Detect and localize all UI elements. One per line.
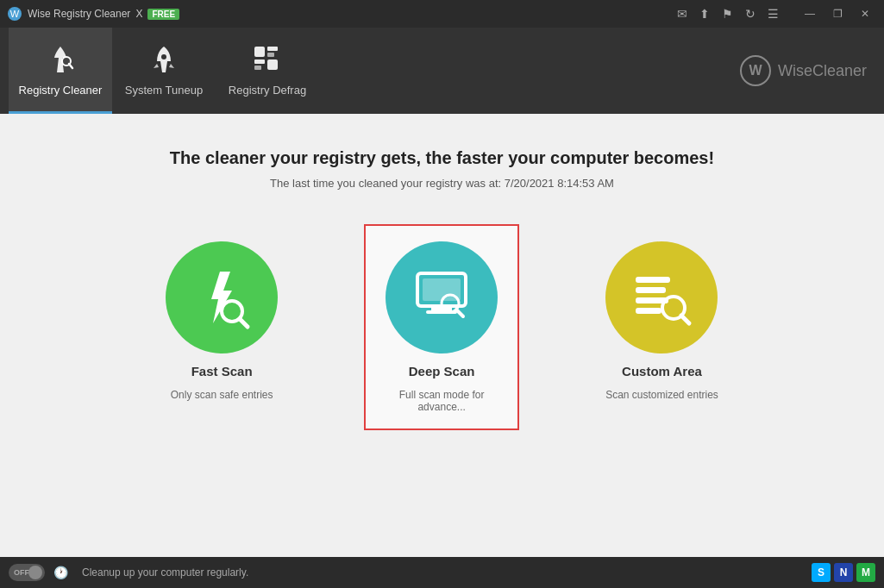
- app-icon: W: [7, 6, 22, 22]
- svg-line-12: [240, 319, 248, 327]
- svg-point-4: [161, 54, 166, 59]
- brand-circle: W: [740, 55, 771, 86]
- deep-scan-option[interactable]: Deep Scan Full scan mode for advance...: [364, 224, 519, 430]
- menu-icon[interactable]: ☰: [768, 7, 779, 21]
- auto-cleanup-toggle[interactable]: OFF: [9, 564, 45, 581]
- svg-text:W: W: [10, 9, 20, 19]
- deep-scan-circle: [386, 241, 498, 353]
- maximize-button[interactable]: ❐: [825, 2, 850, 26]
- email-icon[interactable]: ✉: [677, 7, 687, 21]
- nav-registry-defrag[interactable]: Registry Defrag: [216, 28, 319, 114]
- title-bar: W Wise Registry Cleaner X FREE ✉ ⬆ ⚑ ↻ ☰…: [0, 0, 884, 28]
- upload-icon[interactable]: ⬆: [699, 7, 710, 21]
- nav-system-tuneup-label: System Tuneup: [125, 84, 203, 97]
- tray-icon-m[interactable]: M: [856, 563, 875, 582]
- nav-registry-cleaner[interactable]: Registry Cleaner: [9, 28, 112, 114]
- main-headline: The cleaner your registry gets, the fast…: [170, 148, 714, 168]
- bottom-bar: OFF 🕐 Cleanup up your computer regularly…: [0, 557, 884, 588]
- nav-system-tuneup[interactable]: System Tuneup: [112, 28, 216, 114]
- registry-cleaner-icon: [43, 42, 78, 77]
- svg-rect-19: [636, 277, 670, 283]
- x-label: X: [135, 8, 142, 20]
- svg-line-18: [456, 310, 463, 316]
- nav-registry-cleaner-label: Registry Cleaner: [19, 84, 103, 97]
- system-tuneup-icon: [147, 42, 181, 77]
- custom-area-label: Custom Area: [622, 364, 702, 378]
- svg-rect-7: [267, 53, 274, 57]
- minimize-button[interactable]: —: [798, 2, 822, 26]
- custom-area-option[interactable]: Custom Area Scan customized entries: [588, 224, 736, 418]
- app-title: Wise Registry Cleaner: [28, 8, 130, 20]
- toggle-knob: [28, 566, 42, 579]
- main-content: The cleaner your registry gets, the fast…: [0, 114, 884, 557]
- refresh-icon[interactable]: ↻: [745, 7, 755, 21]
- custom-area-circle: [605, 241, 718, 353]
- deep-scan-desc: Full scan mode for advance...: [381, 389, 502, 413]
- title-bar-left: W Wise Registry Cleaner X FREE: [7, 6, 179, 22]
- fast-scan-label: Fast Scan: [191, 364, 253, 378]
- svg-rect-5: [254, 47, 265, 57]
- svg-line-3: [69, 64, 72, 68]
- flag-icon[interactable]: ⚑: [722, 7, 733, 21]
- fast-scan-option[interactable]: Fast Scan Only scan safe entries: [148, 224, 295, 418]
- svg-rect-10: [267, 59, 278, 70]
- title-bar-controls: ✉ ⬆ ⚑ ↻ ☰ — ❐ ✕: [677, 2, 877, 26]
- main-subtext: The last time you cleaned your registry …: [270, 177, 614, 190]
- clock-icon: 🕐: [53, 566, 68, 579]
- svg-line-24: [681, 316, 689, 323]
- tray-icon-n[interactable]: N: [834, 563, 853, 582]
- close-button[interactable]: ✕: [853, 2, 877, 26]
- brand-name: WiseCleaner: [778, 62, 867, 80]
- fast-scan-circle: [166, 241, 278, 353]
- deep-scan-label: Deep Scan: [409, 364, 475, 378]
- registry-defrag-icon: [250, 42, 285, 77]
- custom-area-desc: Scan customized entries: [605, 389, 718, 401]
- free-badge: FREE: [147, 9, 179, 20]
- toggle-off-label: OFF: [14, 568, 29, 577]
- nav-registry-defrag-label: Registry Defrag: [229, 84, 306, 97]
- tray-icon-s[interactable]: S: [812, 563, 831, 582]
- svg-rect-22: [636, 308, 661, 314]
- reminder-text: Cleanup up your computer regularly.: [82, 566, 248, 579]
- svg-rect-6: [267, 47, 278, 51]
- svg-rect-20: [636, 287, 666, 293]
- fast-scan-desc: Only scan safe entries: [171, 389, 273, 401]
- tray-icons: S N M: [812, 563, 875, 582]
- scan-options: Fast Scan Only scan safe entries Deep Sc…: [148, 224, 736, 430]
- svg-rect-9: [254, 66, 261, 70]
- brand-logo: W WiseCleaner: [740, 55, 867, 86]
- svg-rect-8: [254, 59, 265, 64]
- window-controls: — ❐ ✕: [798, 2, 877, 26]
- nav-bar: Registry Cleaner System Tuneup: [0, 28, 884, 114]
